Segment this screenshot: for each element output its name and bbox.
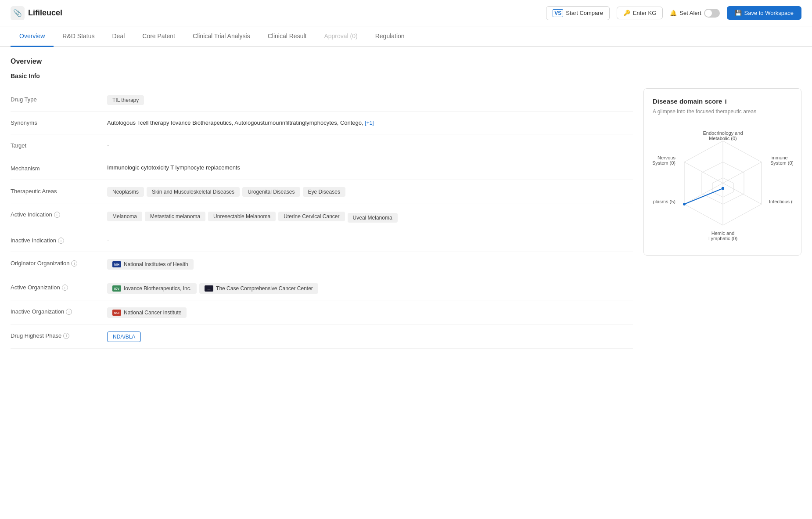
radar-data-polygon (684, 188, 723, 204)
radar-label-nervous: Nervous (658, 155, 675, 160)
enter-kg-button[interactable]: 🔑 Enter KG (617, 7, 663, 19)
drug-highest-phase-label-text: Drug Highest Phase (11, 332, 61, 339)
compare-icon: VS (553, 9, 563, 17)
active-org-info-icon[interactable]: i (62, 285, 68, 291)
target-row: Target - (11, 134, 633, 157)
tab-clinical-trial[interactable]: Clinical Trial Analysis (184, 26, 259, 47)
active-indication-label-text: Active Indication (11, 211, 52, 218)
inactive-org-label: Inactive Organization i (11, 306, 107, 315)
inactive-indication-value: - (107, 235, 633, 243)
radar-label-endo: Endocrinology and (703, 130, 743, 136)
app-name: Lifileucel (28, 8, 62, 18)
save-label: Save to Workspace (744, 10, 794, 16)
radar-label-infectious: Infectious (0) (769, 199, 793, 204)
app-logo-icon: 📎 (11, 6, 25, 20)
tab-deal[interactable]: Deal (104, 26, 134, 47)
active-org-value: IOV Iovance Biotherapeutics, Inc. — The … (107, 282, 633, 294)
originator-org-badge-0[interactable]: NIH National Institutes of Health (107, 259, 194, 270)
inactive-indication-dash: - (107, 236, 109, 243)
disease-panel-title: Disease domain score i (653, 97, 792, 105)
left-panel: Drug Type TIL therapy Synonyms Autologou… (11, 88, 633, 349)
target-value: - (107, 141, 633, 148)
active-indication-info-icon[interactable]: i (54, 212, 60, 218)
ai-tag-2: Unresectable Melanoma (208, 212, 276, 221)
tab-core-patent[interactable]: Core Patent (133, 26, 184, 47)
set-alert-toggle[interactable] (704, 9, 720, 18)
start-compare-button[interactable]: VS Start Compare (546, 6, 610, 20)
radar-label-hemic2: Lymphatic (0) (708, 236, 737, 241)
tab-overview[interactable]: Overview (11, 26, 54, 47)
originator-org-info-icon[interactable]: i (71, 260, 77, 267)
inactive-org-value: NCI National Cancer Institute (107, 306, 633, 318)
tab-rd-status[interactable]: R&D Status (54, 26, 103, 47)
inactive-org-info-icon[interactable]: i (66, 309, 72, 315)
ai-tag-4: Uveal Melanoma (348, 213, 398, 223)
disease-title-text: Disease domain score (653, 97, 722, 105)
main-layout: Drug Type TIL therapy Synonyms Autologou… (11, 88, 801, 349)
inactive-indication-row: Inactive Indication i - (11, 229, 633, 252)
disease-panel-subtitle: A glimpse into the focused therapeutic a… (653, 108, 792, 115)
synonyms-row: Synonyms Autologous Tcell therapy Iovanc… (11, 112, 633, 134)
therapeutic-areas-value: Neoplasms Skin and Musculoskeletal Disea… (107, 186, 633, 197)
iovance-logo: IOV (112, 285, 121, 292)
inactive-org-label-text: Inactive Organization (11, 308, 64, 315)
drug-highest-phase-row: Drug Highest Phase i NDA/BLA (11, 324, 633, 349)
originator-org-value: NIH National Institutes of Health (107, 258, 633, 270)
start-compare-label: Start Compare (566, 10, 603, 16)
drug-type-tag: TIL therapy (107, 95, 144, 105)
active-org-label-text: Active Organization (11, 284, 60, 291)
active-indication-row: Active Indication i Melanoma Metastatic … (11, 203, 633, 229)
therapeutic-areas-row: Therapeutic Areas Neoplasms Skin and Mus… (11, 180, 633, 203)
inactive-org-badge-0[interactable]: NCI National Cancer Institute (107, 307, 187, 318)
tab-regulation[interactable]: Regulation (366, 26, 413, 47)
radar-dot-tl (722, 187, 724, 190)
synonyms-value: Autologous Tcell therapy Iovance Biother… (107, 118, 633, 128)
save-to-workspace-button[interactable]: 💾 Save to Workspace (727, 6, 801, 20)
drug-type-value: TIL therapy (107, 94, 633, 105)
radar-label-hemic: Hemic and (711, 231, 735, 236)
case-name: The Case Comprehensive Cancer Center (216, 285, 313, 292)
alert-icon: 🔔 (670, 10, 677, 16)
synonyms-plus[interactable]: [+1] (365, 120, 374, 126)
ta-tag-0: Neoplasms (107, 187, 144, 197)
tab-approval: Approval (0) (315, 26, 366, 47)
set-alert-toggle-wrap: 🔔 Set Alert (670, 9, 719, 18)
nih-logo: NIH (112, 261, 121, 267)
case-logo: — (205, 285, 213, 292)
disease-panel-info-icon[interactable]: i (725, 97, 726, 105)
save-icon: 💾 (735, 10, 742, 16)
mechanism-label: Mechanism (11, 163, 107, 172)
drug-highest-phase-label: Drug Highest Phase i (11, 331, 107, 339)
inactive-indication-label-text: Inactive Indication (11, 237, 56, 244)
active-org-row: Active Organization i IOV Iovance Biothe… (11, 276, 633, 300)
radar-chart: Endocrinology and Metabolic (0) Immune S… (653, 123, 793, 246)
right-panel: Disease domain score i A glimpse into th… (643, 88, 801, 349)
mechanism-value: Immunologic cytotoxicity T lymphocyte re… (107, 163, 633, 171)
target-label: Target (11, 141, 107, 149)
ta-tag-3: Eye Diseases (303, 187, 345, 197)
drug-highest-phase-info-icon[interactable]: i (63, 333, 69, 339)
tab-clinical-result[interactable]: Clinical Result (259, 26, 316, 47)
synonyms-label: Synonyms (11, 118, 107, 126)
page-content: Overview Basic Info Drug Type TIL therap… (0, 47, 812, 359)
originator-org-label: Originator Organization i (11, 258, 107, 267)
mechanism-row: Mechanism Immunologic cytotoxicity T lym… (11, 157, 633, 180)
active-org-badge-0[interactable]: IOV Iovance Biotherapeutics, Inc. (107, 283, 197, 294)
active-org-label: Active Organization i (11, 282, 107, 291)
ta-tag-1: Skin and Musculoskeletal Diseases (147, 187, 240, 197)
active-org-badge-1[interactable]: — The Case Comprehensive Cancer Center (199, 283, 318, 294)
ai-tag-3: Uterine Cervical Cancer (278, 212, 345, 221)
radar-label-immune2: System (0) (770, 160, 793, 166)
drug-type-row: Drug Type TIL therapy (11, 88, 633, 112)
nda-badge: NDA/BLA (107, 332, 141, 342)
inactive-indication-info-icon[interactable]: i (58, 238, 64, 244)
logo-area: 📎 Lifileucel (11, 6, 62, 20)
inactive-indication-label: Inactive Indication i (11, 235, 107, 244)
therapeutic-areas-label: Therapeutic Areas (11, 186, 107, 195)
page-title: Overview (11, 58, 801, 65)
set-alert-label: Set Alert (679, 10, 701, 16)
ai-tag-0: Melanoma (107, 212, 142, 221)
originator-org-label-text: Originator Organization (11, 260, 69, 267)
ai-tag-1: Metastatic melanoma (145, 212, 205, 221)
radar-label-immune: Immune (770, 155, 788, 160)
